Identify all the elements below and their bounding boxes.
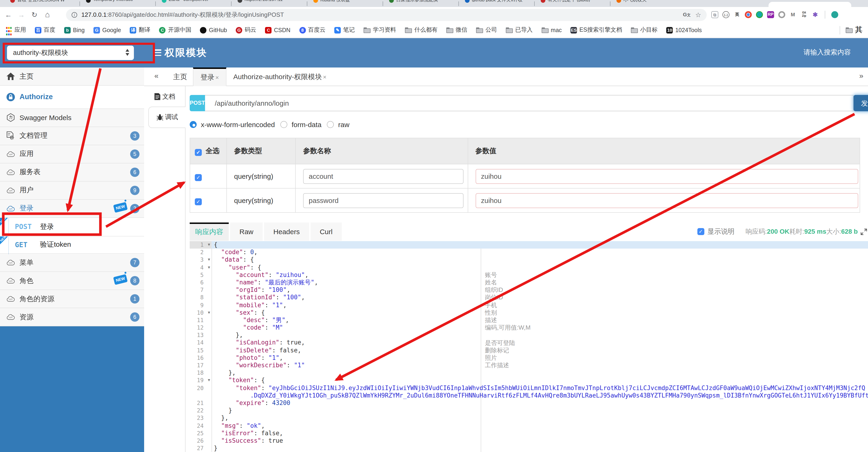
sidebar-item-3[interactable]: 文档管理3 xyxy=(0,127,144,145)
search-input[interactable]: 请输入搜索内容 xyxy=(804,48,851,57)
sidebar-item-0[interactable]: 主页 xyxy=(0,67,144,86)
sidebar-endpoint-get[interactable]: NEWGET验证token xyxy=(0,236,144,254)
mini-tab-文档[interactable]: 文档 xyxy=(144,87,185,106)
url-bar[interactable]: i 127.0.0.1:8760/api/gate/doc.html#/auth… xyxy=(66,9,707,21)
bookmark-item[interactable]: 微信 xyxy=(446,26,467,34)
sidebar-item-6[interactable]: API用户9 xyxy=(0,181,144,199)
select-all-checkbox[interactable]: ✓ xyxy=(195,149,202,156)
close-tab-icon[interactable]: × xyxy=(323,74,327,81)
sidebar-item-10[interactable]: API菜单7 xyxy=(0,254,144,272)
bookmark-item[interactable]: 公司 xyxy=(476,26,497,34)
response-tab-Headers[interactable]: Headers xyxy=(264,223,309,241)
bookmark-item[interactable]: 小目标 xyxy=(631,26,658,34)
show-desc-checkbox[interactable]: ✓ xyxy=(698,228,704,235)
ext-asterisk-icon[interactable]: ✱ xyxy=(812,11,819,18)
param-value-input[interactable]: zuihou xyxy=(475,169,858,183)
module-select[interactable]: authority-权限模块 xyxy=(7,46,134,60)
bookmark-item[interactable]: 应用 xyxy=(6,26,26,34)
sidebar-item-1[interactable]: Authorize xyxy=(0,86,144,109)
response-tab-Raw[interactable]: Raw xyxy=(230,223,263,241)
mini-tab-调试[interactable]: 调试 xyxy=(148,107,186,128)
bookmark-item[interactable]: 已导入 xyxy=(506,26,533,34)
bookmark-item[interactable]: 8百度云 xyxy=(299,26,326,34)
radio-x-www-form-urlencoded[interactable] xyxy=(190,121,197,128)
sidebar-item-4[interactable]: API应用5 xyxy=(0,145,144,163)
url-text[interactable]: 127.0.0.1:8760/api/gate/doc.html#/author… xyxy=(81,10,683,19)
sidebar-endpoint-post[interactable]: NEWPOST登录 xyxy=(0,218,144,236)
browser-tab[interactable]: 小飞机收天 xyxy=(610,0,686,7)
bookmark-item[interactable]: GGoogle xyxy=(93,27,121,33)
browser-tab[interactable]: https://2.18.157.11 xyxy=(231,0,307,7)
tabs-scroll-right[interactable]: » xyxy=(859,72,863,80)
ext-m-icon[interactable]: M xyxy=(789,11,797,18)
forward-icon[interactable]: → xyxy=(15,11,28,19)
ext-o-icon[interactable] xyxy=(778,11,785,18)
ext-screenshot-icon[interactable]: ⧉ xyxy=(711,11,718,18)
browser-tab[interactable]: Kibana 仪表盘 xyxy=(307,0,383,7)
menu-icon[interactable] xyxy=(153,49,161,57)
response-tab-Curl[interactable]: Curl xyxy=(310,223,342,241)
bookmark-item[interactable]: GitHub xyxy=(200,27,227,33)
param-value-input[interactable]: zuihou xyxy=(475,193,858,208)
fold-icon[interactable]: ▼ xyxy=(208,256,210,264)
browser-tab[interactable]: Temporary Interacti xyxy=(80,0,155,7)
bookmark-item[interactable]: ✎笔记 xyxy=(334,26,355,34)
sidebar-item-12[interactable]: API角色的资源1 xyxy=(0,290,144,308)
response-tab-响应内容[interactable]: 响应内容 xyxy=(190,223,229,241)
bookmark-item[interactable]: 101024Tools xyxy=(666,27,702,33)
sidebar-item-13[interactable]: API资源6 xyxy=(0,308,144,326)
ext-json-icon[interactable]: {..} xyxy=(722,11,730,18)
fold-icon[interactable]: ▼ xyxy=(208,264,210,271)
bookmark-item[interactable]: mac xyxy=(541,27,562,33)
browser-active-tab[interactable] xyxy=(769,2,851,7)
tabs-scroll-left[interactable]: « xyxy=(154,72,158,80)
ext-rp-icon[interactable]: RP xyxy=(767,11,774,18)
home-icon[interactable]: ⌂ xyxy=(41,10,54,19)
bookmark-item[interactable]: 译翻译 xyxy=(130,26,150,34)
ext-gitzip-icon[interactable]: GitZip xyxy=(801,11,808,18)
close-tab-icon[interactable]: × xyxy=(215,74,219,81)
sidebar-item-5[interactable]: API服务表6 xyxy=(0,163,144,181)
expand-icon[interactable] xyxy=(861,228,867,235)
doc-tab-Authorize-authority-权限模块[interactable]: Authorize-authority-权限模块× xyxy=(226,67,333,86)
bookmark-item[interactable]: 学习资料 xyxy=(364,26,396,34)
doc-tab-主页[interactable]: 主页 xyxy=(167,67,193,86)
bookmark-item[interactable]: ESES搜索引擎文档 xyxy=(571,26,622,34)
browser-tab-strip[interactable]: 首枚 登宜/SESSION WTemporary InteractiZana -… xyxy=(0,0,868,7)
sidebar-item-7[interactable]: API登录NEW2 xyxy=(0,199,144,218)
browser-tab[interactable]: 日家报水参加流配实 xyxy=(383,0,458,7)
bookmark-star-icon[interactable]: ☆ xyxy=(695,11,701,19)
fold-icon[interactable]: ▼ xyxy=(208,377,210,384)
refresh-icon[interactable]: ↻ xyxy=(28,10,41,19)
bookmark-item[interactable]: bBing xyxy=(64,27,85,33)
back-icon[interactable]: ← xyxy=(2,11,15,19)
browser-tab[interactable]: 有关什么定个 (paxd) xyxy=(534,0,610,7)
param-checkbox[interactable]: ✓ xyxy=(195,198,202,205)
bookmark-item[interactable]: CCSDN xyxy=(265,27,290,33)
browser-tab[interactable]: github pack 文件夹v计收 xyxy=(458,0,534,7)
param-name-input[interactable]: account xyxy=(303,169,464,183)
bookmark-item[interactable]: 什么都有 xyxy=(405,26,437,34)
browser-tab[interactable]: 首枚 登宜/SESSION W xyxy=(4,0,80,7)
doc-tab-登录[interactable]: 登录× xyxy=(193,67,226,86)
param-checkbox[interactable]: ✓ xyxy=(195,174,202,181)
endpoint-url-input[interactable]: /api/authority/anno/login xyxy=(205,95,854,111)
radio-form-data[interactable] xyxy=(280,121,287,128)
bookmark-item[interactable]: G码云 xyxy=(236,26,256,34)
info-icon[interactable]: i xyxy=(71,12,77,18)
fold-icon[interactable]: ▼ xyxy=(208,241,210,249)
translate-icon[interactable]: G文 xyxy=(683,12,691,18)
send-button[interactable]: 发送 xyxy=(854,95,868,111)
sidebar-item-11[interactable]: API角色NEW8 xyxy=(0,272,144,290)
other-bookmarks[interactable]: 其 xyxy=(840,25,862,35)
ext-chrome-icon[interactable] xyxy=(745,11,752,18)
ext-globe-icon[interactable]: 🌐 xyxy=(756,11,763,18)
response-json-viewer[interactable]: 1▼{2 "code": 0,3▼ "data": {4▼ "user": {5… xyxy=(190,241,868,452)
fold-icon[interactable]: ▼ xyxy=(208,309,210,316)
radio-raw[interactable] xyxy=(327,121,334,128)
bookmark-item[interactable]: 百百度 xyxy=(35,26,55,34)
browser-tab[interactable]: Zana - JumpServer xyxy=(155,0,231,7)
sidebar-item-2[interactable]: Swagger Models xyxy=(0,109,144,127)
avatar[interactable] xyxy=(831,11,838,18)
ext-translate-icon[interactable]: 英 xyxy=(734,11,741,18)
